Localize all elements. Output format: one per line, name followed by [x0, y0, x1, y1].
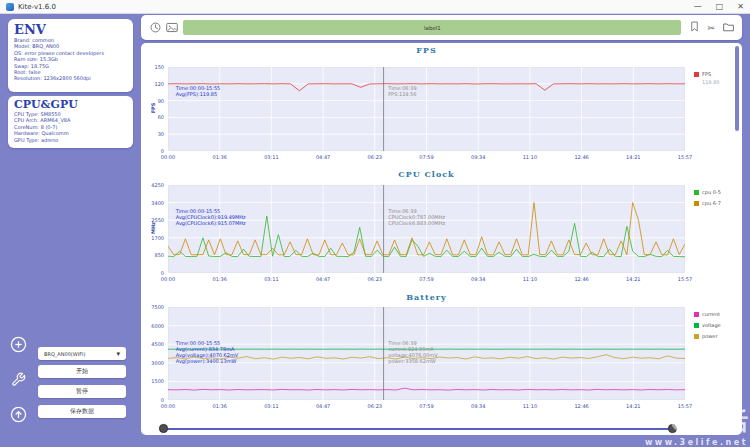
- bookmark-button[interactable]: [689, 18, 700, 37]
- legend-label: FPS: [702, 71, 711, 77]
- device-select-value: BRQ_AN00(WIFI): [44, 351, 86, 357]
- x-tick-label: 14:21: [626, 154, 640, 160]
- battery-chart: Battery 015003000450060007500 Time:00:00…: [141, 292, 742, 420]
- average-annotation: Time:00:00-15:55 Avg(FPS):119.85: [176, 85, 221, 97]
- average-annotation: Time:00:00-15:55 Avg(current):834.78mA A…: [176, 340, 239, 364]
- history-icon: [149, 21, 162, 34]
- image-icon: [165, 21, 179, 34]
- legend-item-cpu-6-7[interactable]: cpu 6-7: [694, 200, 721, 206]
- x-tick-label: 04:47: [316, 276, 330, 282]
- x-tick-label: 09:34: [471, 154, 485, 160]
- charts-vertical-scrollbar[interactable]: [735, 46, 739, 131]
- average-annotation: Time:00:00-15:55 Avg(CPUClock0):919.49MH…: [176, 208, 246, 226]
- fps-x-ticks: 00:0001:3603:1104:4706:2307:5909:3411:10…: [168, 154, 685, 162]
- x-tick-label: 15:57: [678, 403, 692, 409]
- cpugpu-panel: CPU&GPU CPU Type: SM8550CPU Arch: ARM64_…: [8, 96, 133, 148]
- app-window: Kite-v1.6.0 — □ ✕ ENV Brand: commonModel…: [0, 0, 750, 447]
- x-tick-label: 14:21: [626, 403, 640, 409]
- plot-svg: [168, 185, 685, 273]
- legend-item-cpu-0-5[interactable]: cpu 0-5: [694, 189, 721, 195]
- x-tick-label: 00:00: [161, 154, 175, 160]
- x-tick-label: 11:10: [523, 154, 537, 160]
- upload-icon: [10, 406, 27, 423]
- pause-button[interactable]: 暂停: [38, 385, 126, 398]
- x-tick-label: 03:11: [264, 154, 278, 160]
- legend-item-FPS[interactable]: FPS: [694, 71, 720, 77]
- range-slider-handle-left[interactable]: [159, 424, 168, 433]
- legend-item-voltage[interactable]: voltage: [694, 322, 721, 328]
- watermark-url: www.3elife.net: [645, 438, 748, 447]
- battery-legend: currentvoltagepower: [694, 311, 721, 344]
- toolbar: label1 ✂: [141, 15, 742, 40]
- scissors-icon[interactable]: ✂: [707, 23, 715, 33]
- maximize-button[interactable]: □: [716, 0, 724, 14]
- env-panel: ENV Brand: commonModel: BRQ_AN00OS: erro…: [8, 19, 133, 92]
- plot-svg: [168, 67, 685, 151]
- bookmark-icon: [689, 20, 700, 33]
- x-tick-label: 06:23: [368, 276, 382, 282]
- legend-swatch: [694, 334, 699, 339]
- y-tick-label: 2550: [151, 217, 164, 223]
- legend-label: power: [702, 333, 717, 339]
- cpu-x-ticks: 00:0001:3603:1104:4706:2307:5909:3411:10…: [168, 276, 685, 284]
- legend-swatch: [694, 312, 699, 317]
- titlebar: Kite-v1.6.0 — □ ✕: [0, 0, 750, 14]
- env-info-lines: Brand: commonModel: BRQ_AN00OS: error pl…: [14, 37, 127, 82]
- save-data-button[interactable]: 保存数据: [38, 405, 126, 418]
- x-tick-label: 06:23: [368, 403, 382, 409]
- plus-circle-icon: [10, 336, 27, 353]
- x-tick-label: 11:10: [523, 276, 537, 282]
- y-tick-label: 6000: [151, 323, 164, 329]
- close-button[interactable]: ✕: [737, 0, 744, 14]
- x-tick-label: 09:34: [471, 403, 485, 409]
- add-device-button[interactable]: [10, 336, 27, 353]
- y-tick-label: 150: [154, 64, 164, 70]
- legend-swatch: [694, 323, 699, 328]
- y-tick-label: 7500: [151, 304, 164, 310]
- label-banner: label1: [183, 20, 681, 35]
- open-folder-button[interactable]: [722, 18, 735, 37]
- history-button[interactable]: [148, 20, 163, 36]
- minimize-button[interactable]: —: [694, 0, 702, 14]
- battery-x-ticks: 00:0001:3603:1104:4706:2307:5909:3411:10…: [168, 403, 685, 411]
- y-tick-label: 3000: [151, 360, 164, 366]
- cpu-chart-title: CPU Clock: [168, 169, 685, 179]
- cursor-annotation: Time:06:39 FPS:119.56: [388, 85, 416, 97]
- x-tick-label: 07:59: [419, 403, 433, 409]
- y-tick-label: 4250: [151, 182, 164, 188]
- legend-value: 119.80: [702, 79, 720, 85]
- legend-swatch: [694, 72, 699, 77]
- x-tick-label: 07:59: [419, 154, 433, 160]
- fps-legend: FPS119.80: [694, 71, 720, 89]
- x-tick-label: 00:00: [161, 403, 175, 409]
- start-button[interactable]: 开始: [38, 365, 126, 378]
- legend-item-power[interactable]: power: [694, 333, 721, 339]
- legend-label: current: [702, 311, 720, 317]
- legend-item-current[interactable]: current: [694, 311, 721, 317]
- screenshot-button[interactable]: [165, 20, 180, 36]
- cpu-plot-area[interactable]: Time:00:00-15:55 Avg(CPUClock0):919.49MH…: [168, 185, 685, 273]
- y-tick-label: 90: [158, 98, 164, 104]
- cpugpu-line: GPU Type: adreno: [14, 137, 127, 143]
- range-slider-handle-right[interactable]: [668, 424, 677, 433]
- fps-y-ticks: 0306090120150: [143, 67, 166, 151]
- x-tick-label: 03:11: [264, 276, 278, 282]
- app-icon: [6, 3, 14, 11]
- cpu-y-ticks: 08501700255034004250: [143, 185, 166, 273]
- y-tick-label: 3400: [151, 200, 164, 206]
- y-tick-label: 120: [154, 81, 164, 87]
- x-tick-label: 12:46: [574, 403, 588, 409]
- x-tick-label: 04:47: [316, 154, 330, 160]
- x-tick-label: 00:00: [161, 276, 175, 282]
- x-tick-label: 04:47: [316, 403, 330, 409]
- time-range-track[interactable]: [165, 428, 672, 430]
- fps-plot-area[interactable]: Time:00:00-15:55 Avg(FPS):119.85Time:06:…: [168, 67, 685, 151]
- legend-label: cpu 0-5: [702, 189, 721, 195]
- battery-plot-area[interactable]: Time:00:00-15:55 Avg(current):834.78mA A…: [168, 307, 685, 400]
- cursor-annotation: Time:06:39 current:824.00mA voltage:4076…: [388, 340, 437, 364]
- upload-button[interactable]: [10, 406, 27, 423]
- settings-button[interactable]: [10, 371, 27, 388]
- x-tick-label: 15:57: [678, 154, 692, 160]
- device-select[interactable]: BRQ_AN00(WIFI) ▾: [38, 347, 126, 360]
- legend-label: voltage: [702, 322, 721, 328]
